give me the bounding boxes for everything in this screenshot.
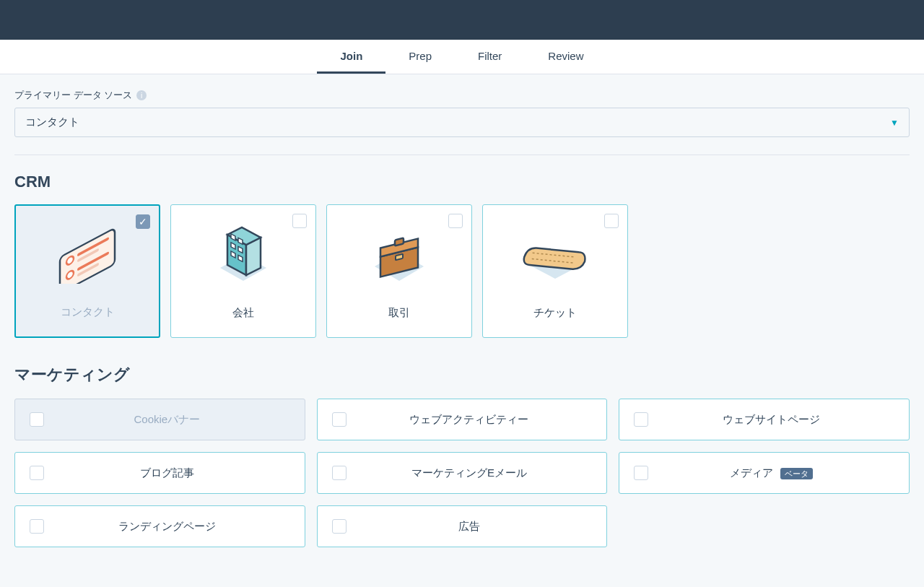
checkbox-icon	[604, 214, 619, 228]
checkbox-icon	[634, 412, 648, 427]
section-title-marketing: マーケティング	[14, 364, 910, 386]
section-title-crm: CRM	[14, 173, 910, 191]
marketing-item-label: 広告	[346, 520, 593, 534]
checkbox-icon	[30, 466, 44, 480]
marketing-item-label: メディア ベータ	[648, 466, 894, 480]
crm-card-companies[interactable]: 会社	[170, 204, 316, 338]
beta-badge: ベータ	[780, 468, 813, 479]
marketing-item-landing-page[interactable]: ランディングページ	[14, 505, 305, 547]
marketing-item-label: マーケティングEメール	[346, 466, 593, 480]
checkbox-icon	[292, 214, 307, 228]
checkbox-icon	[332, 466, 346, 480]
marketing-grid: Cookieバナー ウェブアクティビティー ウェブサイトページ ブログ記事 マー…	[14, 399, 910, 547]
checkbox-checked-icon: ✓	[136, 214, 150, 229]
divider	[14, 155, 910, 155]
checkbox-icon	[448, 214, 463, 228]
card-label: コンタクト	[61, 305, 115, 319]
tabs-bar: Join Prep Filter Review	[0, 40, 924, 74]
svg-rect-21	[395, 238, 404, 246]
marketing-item-blog-post[interactable]: ブログ記事	[14, 452, 305, 494]
crm-card-deals[interactable]: 取引	[326, 204, 472, 338]
marketing-item-label: ランディングページ	[44, 520, 290, 534]
marketing-item-label: Cookieバナー	[44, 413, 290, 427]
card-label: チケット	[533, 306, 577, 320]
info-icon[interactable]: i	[136, 90, 147, 100]
marketing-item-cookie-banner: Cookieバナー	[14, 399, 305, 440]
tab-join[interactable]: Join	[317, 40, 385, 74]
marketing-item-label: ウェブサイトページ	[648, 413, 894, 427]
checkbox-icon	[332, 412, 346, 427]
card-label: 取引	[388, 306, 410, 320]
marketing-item-website-page[interactable]: ウェブサイトページ	[619, 399, 910, 440]
svg-rect-22	[396, 254, 403, 260]
tab-prep[interactable]: Prep	[385, 40, 455, 74]
primary-source-label: プライマリー データ ソース i	[14, 89, 910, 102]
chevron-down-icon: ▼	[890, 118, 899, 128]
marketing-item-marketing-email[interactable]: マーケティングEメール	[317, 452, 608, 494]
checkbox-icon	[30, 412, 44, 427]
crm-card-tickets[interactable]: チケット	[482, 204, 628, 338]
marketing-item-media[interactable]: メディア ベータ	[619, 452, 910, 494]
tab-filter[interactable]: Filter	[455, 40, 525, 74]
tab-review[interactable]: Review	[525, 40, 606, 74]
media-text: メディア	[730, 466, 773, 479]
checkbox-icon	[634, 466, 648, 480]
checkbox-icon	[30, 519, 44, 534]
marketing-item-web-activity[interactable]: ウェブアクティビティー	[317, 399, 608, 440]
primary-source-value: コンタクト	[25, 116, 79, 129]
crm-card-contacts[interactable]: ✓	[14, 204, 160, 338]
crm-card-row: ✓	[14, 204, 910, 338]
marketing-item-label: ブログ記事	[44, 466, 290, 480]
card-label: 会社	[232, 306, 254, 320]
marketing-item-label: ウェブアクティビティー	[346, 413, 593, 427]
top-bar	[0, 0, 924, 40]
primary-source-select[interactable]: コンタクト ▼	[14, 108, 910, 137]
checkbox-icon	[332, 519, 346, 534]
marketing-item-ads[interactable]: 広告	[317, 505, 608, 547]
primary-source-label-text: プライマリー データ ソース	[14, 89, 132, 102]
